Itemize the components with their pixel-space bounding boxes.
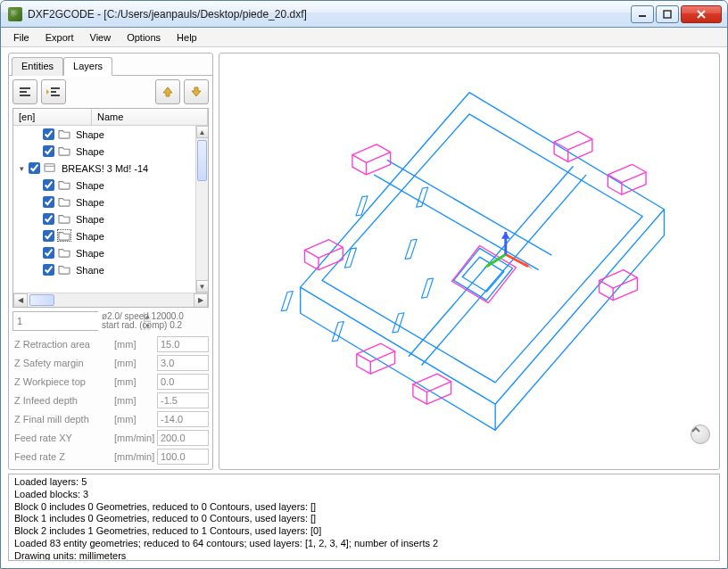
- tree-row[interactable]: ▾BREAKS! 3 Md! -14: [13, 160, 195, 177]
- expander-icon[interactable]: [17, 129, 27, 139]
- tree-row[interactable]: Shape: [13, 194, 195, 210]
- folder-icon: [56, 145, 72, 158]
- log-line: Loaded 83 entity geometries; reduced to …: [14, 538, 714, 550]
- row-label: Shape: [74, 231, 104, 242]
- row-checkbox[interactable]: [43, 230, 54, 242]
- scroll-thumb[interactable]: [197, 140, 207, 181]
- minimize-button[interactable]: [631, 5, 654, 23]
- svg-rect-19: [417, 187, 428, 207]
- folder-icon: [56, 179, 72, 192]
- param-unit: [mm]: [114, 414, 157, 425]
- param-label: Z Safety margin: [12, 358, 114, 368]
- tree-row[interactable]: Shape: [13, 143, 195, 160]
- scroll-up-icon[interactable]: ▲: [196, 126, 209, 138]
- close-button[interactable]: [681, 5, 722, 23]
- svg-line-17: [422, 175, 586, 366]
- tree-row[interactable]: Shape: [13, 244, 195, 261]
- param-label: Feed rate Z: [12, 451, 114, 462]
- tab-entities[interactable]: Entities: [12, 57, 63, 76]
- expander-icon[interactable]: [17, 180, 27, 190]
- indent-button[interactable]: [41, 79, 66, 104]
- maximize-button[interactable]: [656, 5, 679, 23]
- tree-row[interactable]: Shape: [13, 126, 195, 143]
- param-label: Z Infeed depth: [12, 395, 114, 406]
- row-checkbox[interactable]: [43, 179, 54, 191]
- menu-view[interactable]: View: [83, 30, 119, 45]
- viewport-canvas[interactable]: [219, 53, 720, 470]
- expander-icon[interactable]: ▾: [17, 163, 27, 173]
- tree-row[interactable]: Shape: [13, 177, 195, 194]
- folder-icon: [56, 230, 72, 243]
- expander-icon[interactable]: [17, 214, 27, 224]
- param-label: Feed rate XY: [12, 433, 114, 443]
- tree-row[interactable]: Shane: [13, 261, 195, 278]
- menu-options[interactable]: Options: [120, 30, 168, 45]
- move-up-button[interactable]: [155, 79, 180, 104]
- row-checkbox[interactable]: [43, 247, 54, 259]
- param-unit: [mm/min]: [114, 433, 157, 443]
- tree-row[interactable]: Shape: [13, 210, 195, 227]
- param-input[interactable]: [157, 430, 209, 446]
- param-input[interactable]: [157, 374, 209, 390]
- svg-marker-32: [608, 164, 646, 182]
- svg-marker-28: [352, 144, 391, 162]
- row-checkbox[interactable]: [43, 213, 54, 225]
- tree-col-en[interactable]: [en]: [13, 109, 92, 125]
- param-input[interactable]: [157, 449, 209, 465]
- row-checkbox[interactable]: [43, 128, 54, 140]
- param-unit: [mm/min]: [114, 451, 157, 462]
- menu-export[interactable]: Export: [38, 30, 81, 45]
- param-input[interactable]: [157, 411, 209, 427]
- tab-layers[interactable]: Layers: [63, 57, 112, 76]
- svg-marker-40: [413, 374, 451, 392]
- app-icon: [8, 7, 22, 21]
- param-input[interactable]: [157, 355, 209, 371]
- tree-col-name[interactable]: Name: [92, 109, 208, 125]
- expander-icon[interactable]: [17, 146, 27, 156]
- folder-icon: [42, 162, 58, 175]
- folder-icon: [56, 128, 72, 141]
- svg-rect-10: [45, 163, 54, 171]
- folder-icon: [56, 264, 72, 276]
- expander-icon[interactable]: [17, 248, 27, 258]
- param-unit: [mm]: [114, 376, 157, 387]
- tree-row[interactable]: Shape: [13, 227, 195, 244]
- row-checkbox[interactable]: [43, 264, 54, 276]
- param-row: Z Workpiece top[mm]: [12, 372, 209, 391]
- param-input[interactable]: [157, 392, 209, 408]
- view-home-button[interactable]: [691, 425, 710, 444]
- menu-file[interactable]: File: [6, 30, 37, 45]
- tree-header: [en] Name: [13, 109, 208, 126]
- tree-vscroll[interactable]: ▲ ▼: [195, 126, 208, 293]
- svg-marker-38: [357, 343, 395, 361]
- row-checkbox[interactable]: [43, 145, 54, 157]
- scroll-left-icon[interactable]: ◀: [13, 293, 28, 308]
- param-row: Z Retraction area[mm]: [12, 334, 209, 353]
- param-input[interactable]: [157, 336, 209, 352]
- tool-number-spinner[interactable]: ▲▼: [12, 311, 98, 331]
- expander-icon[interactable]: [17, 197, 27, 207]
- expander-icon[interactable]: [17, 265, 27, 275]
- param-row: Z Final mill depth[mm]: [12, 409, 209, 428]
- move-down-button[interactable]: [184, 79, 209, 104]
- align-left-button[interactable]: [12, 79, 37, 104]
- scroll-right-icon[interactable]: ▶: [194, 293, 208, 308]
- menu-help[interactable]: Help: [170, 30, 204, 45]
- tree-hscroll[interactable]: ◀ ▶: [13, 293, 208, 307]
- svg-marker-48: [501, 232, 510, 239]
- row-label: Shane: [74, 265, 104, 276]
- folder-icon: [56, 247, 72, 260]
- log-line: Block 0 includes 0 Geometries, reduced t…: [14, 501, 714, 514]
- log-line: Block 1 includes 0 Geometries, reduced t…: [14, 513, 714, 525]
- window-title: DXF2GCODE - [C:/Users/jeanpauls/Desktop/…: [28, 8, 307, 21]
- row-checkbox[interactable]: [43, 196, 54, 208]
- layers-tree: [en] Name ShapeShape▾BREAKS! 3 Md! -14Sh…: [12, 108, 209, 308]
- scroll-down-icon[interactable]: ▼: [196, 280, 209, 293]
- svg-line-15: [387, 160, 551, 255]
- expander-icon[interactable]: [17, 231, 27, 241]
- row-checkbox[interactable]: [29, 162, 40, 174]
- param-label: Z Final mill depth: [12, 414, 114, 425]
- hscroll-thumb[interactable]: [29, 294, 54, 306]
- chevron-up-icon: [691, 425, 709, 443]
- log-line: Loaded blocks: 3: [14, 489, 714, 501]
